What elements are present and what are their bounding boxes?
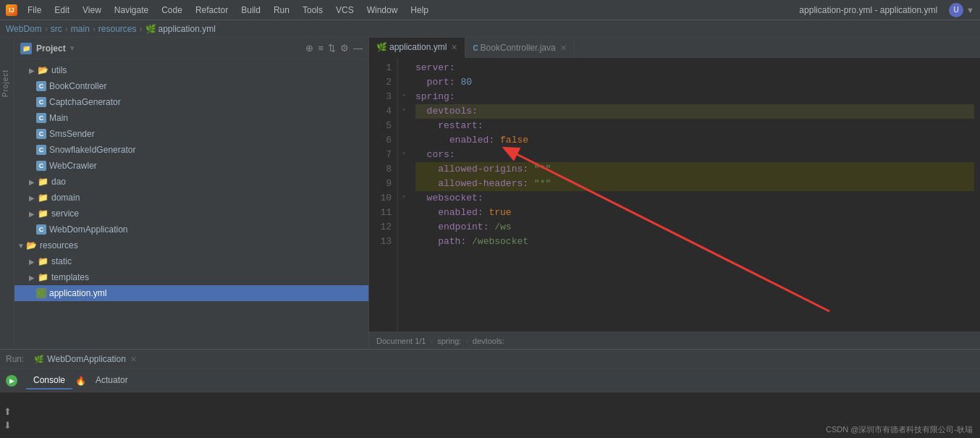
sidebar-action-sort[interactable]: ⇅ (328, 43, 336, 54)
breadcrumb-webdom[interactable]: WebDom (6, 24, 42, 34)
sidebar-actions: ⊕ ≡ ⇅ ⚙ — (305, 43, 363, 54)
tab-bookcontroller[interactable]: C BookController.java ✕ (465, 38, 574, 58)
yml-icon-application: 🌿 (36, 288, 46, 298)
label-smssender: SmsSender (49, 129, 95, 139)
tree-item-static[interactable]: ▶ 📁 static (14, 253, 368, 269)
sidebar-dropdown-icon[interactable]: ▼ (69, 44, 76, 52)
project-vertical-tab[interactable]: Project (0, 38, 14, 349)
menu-run[interactable]: Run (268, 4, 295, 17)
menu-help[interactable]: Help (405, 4, 434, 17)
menu-file[interactable]: File (22, 4, 47, 17)
expand-icon-static: ▶ (29, 258, 36, 266)
class-icon-smssender: C (36, 129, 46, 139)
tab-application-yml-close[interactable]: ✕ (451, 43, 457, 52)
tree-item-main[interactable]: C Main (14, 110, 368, 126)
label-webdomapp: WebDomApplication (49, 224, 128, 235)
editor-area: 🌿 application.yml ✕ C BookController.jav… (369, 38, 980, 349)
run-tab-close[interactable]: ✕ (130, 355, 137, 364)
menu-tools[interactable]: Tools (297, 4, 329, 17)
expand-icon-utils: ▶ (29, 67, 36, 75)
title-bar: IJ File Edit View Navigate Code Refactor… (0, 0, 980, 20)
tab-bookcontroller-close[interactable]: ✕ (560, 43, 567, 53)
code-line-8: allowed-origins: "*" (415, 162, 974, 177)
menu-edit[interactable]: Edit (48, 4, 75, 17)
left-tool-buttons: ⬆ ⬇ (1, 405, 13, 431)
tree-item-smssender[interactable]: C SmsSender (14, 126, 368, 142)
menu-navigate[interactable]: Navigate (109, 4, 154, 17)
code-line-9: allowed-headers: "*" (415, 177, 974, 191)
code-line-5: restart: (415, 119, 974, 133)
tree-item-resources[interactable]: ▼ 📂 resources (14, 237, 368, 253)
tree-item-webdomapp[interactable]: C WebDomApplication (14, 222, 368, 237)
menu-code[interactable]: Code (156, 4, 188, 17)
code-gutter: ⌄ ⌄ ⌄ ⌄ (398, 58, 410, 332)
play-button[interactable]: ▶ (6, 375, 17, 387)
fold-arrow-3[interactable]: ⌄ (402, 87, 405, 101)
project-tab-label[interactable]: Project (0, 67, 11, 100)
sidebar-action-scope[interactable]: ⊕ (305, 43, 313, 54)
code-line-12: endpoint: /ws (415, 220, 974, 235)
tree-item-utils[interactable]: ▶ 📂 utils (14, 62, 368, 78)
tab-application-yml[interactable]: 🌿 application.yml ✕ (369, 38, 465, 58)
menu-view[interactable]: View (77, 4, 107, 17)
breadcrumb: WebDom › src › main › resources › 🌿 appl… (0, 20, 980, 38)
label-domain: domain (51, 193, 80, 203)
label-templates: templates (51, 272, 89, 282)
avatar-area[interactable]: U ▼ (949, 3, 974, 17)
tree-item-domain[interactable]: ▶ 📁 domain (14, 190, 368, 206)
class-icon-webcrawler: C (36, 161, 46, 171)
code-line-10: websocket: (415, 191, 974, 206)
breadcrumb-application-yml[interactable]: application.yml (159, 24, 216, 34)
label-resources: resources (40, 240, 78, 250)
tree-item-captchagenerator[interactable]: C CaptchaGenerator (14, 94, 368, 110)
tool-down-button[interactable]: ⬇ (1, 419, 13, 431)
code-lines[interactable]: server: port: 80 spring: devtools: (410, 58, 980, 332)
tree-item-service[interactable]: ▶ 📁 service (14, 206, 368, 222)
code-line-1: server: (415, 61, 974, 75)
code-line-11: enabled: true (415, 206, 974, 220)
class-icon-captchagenerator: C (36, 97, 46, 107)
run-tab[interactable]: 🌿 WebDomApplication ✕ (28, 353, 143, 366)
tree-item-snowflake[interactable]: C SnowflakeIdGenerator (14, 142, 368, 158)
class-icon-webdomapp: C (36, 224, 46, 235)
sidebar-action-gear[interactable]: ⚙ (340, 43, 349, 54)
console-tab-actuator[interactable]: Actuator (88, 372, 135, 389)
tree-item-webcrawler[interactable]: C WebCrawler (14, 158, 368, 174)
actuator-tab-wrapper: 🔥 Actuator (75, 372, 135, 389)
code-line-2: port: 80 (415, 75, 974, 90)
menu-window[interactable]: Window (361, 4, 404, 17)
menu-build[interactable]: Build (235, 4, 266, 17)
menu-refactor[interactable]: Refactor (190, 4, 234, 17)
status-breadcrumb-spring: spring: (437, 337, 461, 345)
window-title: application-pro.yml - application.yml (799, 5, 937, 15)
breadcrumb-main[interactable]: main (71, 24, 90, 34)
menu-vcs[interactable]: VCS (330, 4, 360, 17)
class-icon-snowflake: C (36, 145, 46, 155)
actuator-icon: 🔥 (75, 376, 86, 386)
console-tab-console[interactable]: Console (26, 372, 72, 389)
sidebar-folder-icon: 📁 (20, 43, 32, 54)
code-editor[interactable]: 1 2 3 4 5 6 7 8 9 10 11 12 13 (369, 58, 980, 332)
label-application-yml: application.yml (49, 288, 106, 298)
sidebar-action-collapse[interactable]: ≡ (318, 43, 324, 54)
tree-item-bookcontroller[interactable]: C BookController (14, 78, 368, 94)
folder-icon-templates: 📁 (38, 272, 48, 282)
tree-item-templates[interactable]: ▶ 📁 templates (14, 269, 368, 285)
tree-item-application-yml[interactable]: 🌿 application.yml (14, 285, 368, 301)
fold-arrow-7[interactable]: ⌄ (402, 145, 405, 159)
fold-arrow-10[interactable]: ⌄ (402, 188, 405, 203)
class-icon-main: C (36, 113, 46, 123)
tool-up-button[interactable]: ⬆ (1, 405, 13, 417)
watermark: CSDN @深圳市有德者科技有限公司-耿瑞 (826, 424, 973, 435)
expand-icon-domain: ▶ (29, 194, 36, 202)
tab-application-yml-label: application.yml (389, 42, 447, 52)
fold-arrow-4[interactable]: ⌄ (402, 101, 405, 116)
breadcrumb-resources[interactable]: resources (98, 24, 137, 34)
run-app-icon: 🌿 (34, 355, 44, 364)
line-numbers: 1 2 3 4 5 6 7 8 9 10 11 12 13 (369, 58, 398, 332)
tree-item-dao[interactable]: ▶ 📁 dao (14, 174, 368, 190)
breadcrumb-src[interactable]: src (51, 24, 62, 34)
sidebar-header: 📁 Project ▼ ⊕ ≡ ⇅ ⚙ — (14, 38, 368, 59)
expand-icon-resources: ▼ (17, 242, 25, 250)
sidebar-action-close[interactable]: — (353, 43, 363, 54)
